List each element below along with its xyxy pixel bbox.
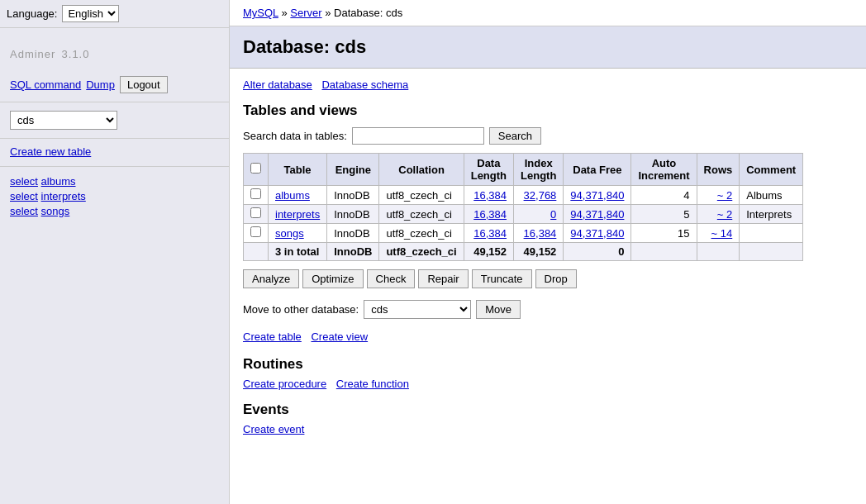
breadcrumb-sep2: » (325, 7, 334, 19)
col-header-engine: Engine (327, 154, 379, 186)
songs-link[interactable]: songs (41, 205, 70, 217)
select-interprets-link[interactable]: select (10, 190, 38, 202)
page-title: Database: cds (243, 36, 853, 58)
col-header-comment: Comment (740, 154, 803, 186)
routines-section: Routines Create procedure Create functio… (243, 356, 853, 390)
create-view-link[interactable]: Create view (311, 330, 368, 343)
move-label: Move to other database: (243, 303, 359, 316)
col-header-rows: Rows (697, 154, 740, 186)
move-row: Move to other database: cds Move (243, 300, 853, 319)
interprets-link[interactable]: interprets (41, 190, 86, 202)
move-button[interactable]: Move (476, 300, 521, 319)
repair-button[interactable]: Repair (418, 269, 468, 288)
alter-database-link[interactable]: Alter database (243, 78, 312, 91)
logout-button[interactable]: Logout (120, 76, 168, 93)
database-select[interactable]: cds (10, 111, 117, 130)
create-function-link[interactable]: Create function (336, 378, 409, 390)
dump-link[interactable]: Dump (86, 78, 115, 91)
language-select[interactable]: English (62, 5, 119, 22)
action-buttons: Analyze Optimize Check Repair Truncate D… (243, 269, 853, 288)
check-button[interactable]: Check (367, 269, 416, 288)
albums-index-length[interactable]: 32,768 (524, 189, 557, 202)
col-header-data-length: DataLength (464, 154, 513, 186)
interprets-data-free[interactable]: 94,371,840 (570, 208, 624, 221)
move-database-select[interactable]: cds (364, 300, 471, 319)
col-header-table: Table (269, 154, 327, 186)
table-link-songs-main[interactable]: songs (275, 227, 304, 240)
select-albums-link[interactable]: select (10, 175, 38, 188)
interprets-data-length[interactable]: 16,384 (473, 208, 507, 221)
events-links: Create event (243, 423, 853, 435)
table-link-albums-main[interactable]: albums (275, 189, 310, 202)
table-link-interprets: select interprets (10, 190, 219, 202)
db-actions: Alter database Database schema (243, 78, 853, 91)
routine-links: Create procedure Create function (243, 378, 853, 390)
analyze-button[interactable]: Analyze (243, 269, 299, 288)
table-links-section: select albums select interprets select s… (0, 167, 229, 228)
tables-table: Table Engine Collation DataLength IndexL… (243, 153, 803, 261)
breadcrumb-sep1: » (281, 7, 287, 19)
search-button[interactable]: Search (489, 127, 541, 145)
albums-data-length[interactable]: 16,384 (473, 189, 507, 202)
col-header-collation: Collation (379, 154, 464, 186)
bottom-links: Create table Create view (243, 330, 853, 343)
table-link-albums: select albums (10, 175, 219, 188)
drop-button[interactable]: Drop (535, 269, 577, 288)
create-procedure-link[interactable]: Create procedure (243, 378, 326, 390)
col-header-auto-increment: AutoIncrement (631, 154, 697, 186)
truncate-button[interactable]: Truncate (472, 269, 532, 288)
breadcrumb-current: Database: cds (334, 7, 402, 19)
events-section: Events Create event (243, 402, 853, 435)
select-songs-link[interactable]: select (10, 205, 38, 217)
albums-rows[interactable]: ~ 2 (717, 189, 732, 202)
app-title: Adminer 3.1.0 (0, 28, 229, 71)
table-row: albums InnoDB utf8_czech_ci 16,384 32,76… (244, 186, 803, 205)
select-all-checkbox[interactable] (250, 163, 261, 174)
sql-command-link[interactable]: SQL command (10, 78, 81, 91)
search-label: Search data in tables: (243, 130, 347, 142)
breadcrumb-mysql[interactable]: MySQL (243, 7, 278, 19)
table-row: interprets InnoDB utf8_czech_ci 16,384 0… (244, 205, 803, 224)
events-title: Events (243, 402, 853, 418)
albums-data-free[interactable]: 94,371,840 (570, 189, 624, 202)
interprets-index-length[interactable]: 0 (550, 208, 556, 221)
breadcrumb: MySQL » Server » Database: cds (230, 0, 866, 26)
col-header-index-length: IndexLength (514, 154, 564, 186)
create-table-link[interactable]: Create table (243, 330, 302, 343)
songs-rows[interactable]: ~ 14 (711, 227, 733, 240)
search-input[interactable] (352, 127, 484, 145)
songs-data-free[interactable]: 94,371,840 (570, 227, 624, 240)
breadcrumb-server[interactable]: Server (290, 7, 321, 19)
row-checkbox-albums[interactable] (250, 188, 261, 199)
create-event-link[interactable]: Create event (243, 423, 304, 435)
optimize-button[interactable]: Optimize (302, 269, 363, 288)
database-schema-link[interactable]: Database schema (321, 78, 408, 91)
table-link-songs: select songs (10, 205, 219, 217)
interprets-rows[interactable]: ~ 2 (717, 208, 732, 221)
col-header-data-free: Data Free (564, 154, 631, 186)
row-checkbox-songs[interactable] (250, 226, 261, 237)
col-header-checkbox (244, 154, 269, 186)
language-label: Language: (7, 7, 57, 20)
table-row: songs InnoDB utf8_czech_ci 16,384 16,384… (244, 224, 803, 243)
albums-link[interactable]: albums (41, 175, 76, 188)
tables-section-title: Tables and views (243, 102, 853, 119)
routines-title: Routines (243, 356, 853, 373)
songs-data-length[interactable]: 16,384 (473, 227, 507, 240)
table-link-interprets-main[interactable]: interprets (275, 208, 320, 221)
total-row: 3 in total InnoDB utf8_czech_ci 49,152 4… (244, 243, 803, 261)
create-new-table-link[interactable]: Create new table (10, 145, 91, 158)
songs-index-length[interactable]: 16,384 (524, 227, 557, 240)
row-checkbox-interprets[interactable] (250, 207, 261, 218)
